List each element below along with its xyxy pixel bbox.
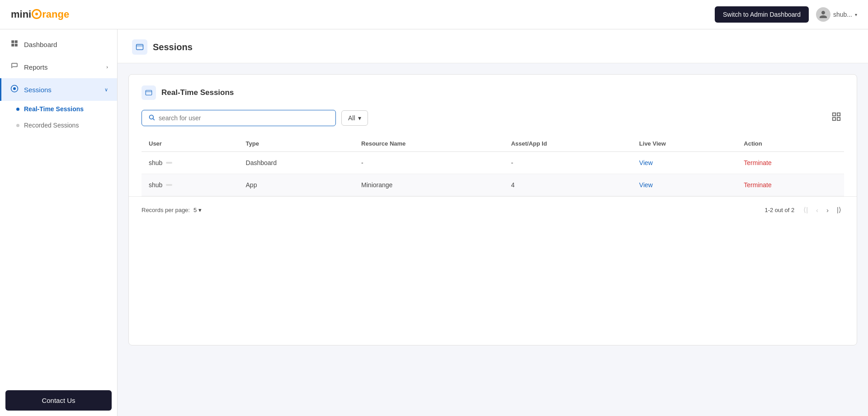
table-head: User Type Resource Name Asset/App Id Liv… — [142, 136, 844, 152]
last-page-button[interactable]: |⟩ — [834, 204, 844, 216]
cell-action-1: Terminate — [736, 174, 844, 196]
svg-rect-4 — [146, 90, 152, 95]
cell-liveview-1: View — [632, 174, 736, 196]
records-label: Records per page: — [142, 207, 190, 213]
col-action: Action — [736, 136, 844, 152]
layout: Dashboard Reports › Sessions ∨ — [0, 29, 868, 416]
cell-type-1: App — [239, 174, 354, 196]
filter-dropdown[interactable]: All ▾ — [341, 110, 368, 126]
records-per-page: Records per page: 5 ▾ — [142, 207, 202, 213]
logo: minirange — [11, 9, 69, 20]
col-live-view: Live View — [632, 136, 736, 152]
svg-rect-10 — [833, 118, 835, 120]
sidebar-item-sessions-label: Sessions — [24, 86, 52, 94]
sidebar-sub-item-realtime[interactable]: Real-Time Sessions — [0, 101, 117, 117]
cell-type-0: Dashboard — [239, 152, 354, 174]
table-footer: Records per page: 5 ▾ 1-2 out of 2 ⟨| ‹ … — [129, 196, 857, 223]
grid-toggle-button[interactable] — [829, 109, 844, 127]
recorded-dot-icon — [16, 124, 19, 127]
cell-asset-1: 4 — [504, 174, 632, 196]
records-chevron-icon: ▾ — [198, 207, 202, 213]
next-page-button[interactable]: › — [824, 204, 831, 216]
dashboard-icon — [10, 39, 19, 49]
page-header-icon — [132, 39, 147, 55]
records-value: 5 — [193, 207, 197, 213]
sidebar-item-reports[interactable]: Reports › — [0, 56, 117, 78]
user-name-0: shub — [149, 159, 162, 166]
svg-line-7 — [153, 118, 154, 120]
reports-chevron-icon: › — [106, 64, 108, 70]
svg-rect-2 — [137, 44, 143, 50]
col-resource-name: Resource Name — [354, 136, 504, 152]
sidebar-item-reports-label: Reports — [24, 63, 48, 71]
filter-label: All — [348, 114, 355, 122]
sidebar-sub-item-recorded[interactable]: Recorded Sessions — [0, 117, 117, 133]
view-link-1[interactable]: View — [639, 181, 653, 189]
sessions-icon — [10, 85, 19, 95]
cell-liveview-0: View — [632, 152, 736, 174]
table-row: shub App Miniorange 4 View Terminate — [142, 174, 844, 196]
cell-user-1: shub — [142, 174, 239, 196]
pagination: 1-2 out of 2 ⟨| ‹ › |⟩ — [764, 204, 844, 216]
controls-row: All ▾ — [142, 109, 844, 127]
sidebar-sub-menu: Real-Time Sessions Recorded Sessions — [0, 101, 117, 133]
col-asset-app-id: Asset/App Id — [504, 136, 632, 152]
search-icon — [148, 114, 155, 122]
header: minirange Switch to Admin Dashboard shub… — [0, 0, 868, 29]
sidebar-sub-item-recorded-label: Recorded Sessions — [24, 122, 79, 129]
sessions-chevron-icon: ∨ — [104, 87, 108, 93]
col-type: Type — [239, 136, 354, 152]
svg-rect-8 — [833, 113, 835, 116]
table-body: shub Dashboard - - View Terminate shub A… — [142, 152, 844, 196]
avatar-icon — [816, 7, 830, 22]
terminate-link-0[interactable]: Terminate — [744, 159, 771, 166]
switch-to-admin-button[interactable]: Switch to Admin Dashboard — [715, 6, 809, 23]
filter-chevron-icon: ▾ — [358, 114, 361, 122]
user-name: shub... — [833, 11, 852, 18]
panel-header-icon — [142, 85, 156, 100]
realtime-dot-icon — [16, 108, 19, 111]
sidebar-item-sessions[interactable]: Sessions ∨ — [0, 78, 117, 101]
user-tag-0 — [166, 162, 172, 164]
panel-header: Real-Time Sessions — [142, 85, 844, 100]
panel-title: Real-Time Sessions — [161, 88, 234, 97]
cell-action-0: Terminate — [736, 152, 844, 174]
sidebar-item-dashboard[interactable]: Dashboard — [0, 33, 117, 56]
cell-resource-0: - — [354, 152, 504, 174]
cell-asset-0: - — [504, 152, 632, 174]
view-link-0[interactable]: View — [639, 159, 653, 166]
svg-rect-9 — [837, 113, 840, 116]
user-avatar[interactable]: shub... ▾ — [816, 7, 857, 22]
table-header-row: User Type Resource Name Asset/App Id Liv… — [142, 136, 844, 152]
records-select[interactable]: 5 ▾ — [193, 207, 202, 213]
page-title: Sessions — [153, 42, 193, 52]
cell-user-0: shub — [142, 152, 239, 174]
sessions-table: User Type Resource Name Asset/App Id Liv… — [142, 136, 844, 196]
page-range: 1-2 out of 2 — [764, 207, 794, 213]
sessions-panel: Real-Time Sessions All ▾ — [128, 74, 857, 345]
contact-us-button[interactable]: Contact Us — [5, 390, 112, 411]
svg-point-1 — [13, 87, 16, 90]
sidebar-item-dashboard-label: Dashboard — [24, 41, 57, 48]
cell-resource-1: Miniorange — [354, 174, 504, 196]
page-header: Sessions — [118, 29, 868, 63]
main-content: Sessions Real-Time Sessions All — [118, 29, 868, 416]
search-input[interactable] — [159, 114, 329, 122]
terminate-link-1[interactable]: Terminate — [744, 181, 771, 189]
logo-o-icon — [32, 9, 42, 19]
sidebar-sub-item-realtime-label: Real-Time Sessions — [24, 105, 84, 113]
svg-point-6 — [150, 115, 154, 119]
logo-text-range: range — [42, 9, 69, 20]
svg-rect-11 — [837, 118, 840, 120]
reports-icon — [10, 62, 19, 72]
table-row: shub Dashboard - - View Terminate — [142, 152, 844, 174]
logo-text-mini: mini — [11, 9, 31, 20]
header-right: Switch to Admin Dashboard shub... ▾ — [715, 6, 857, 23]
prev-page-button[interactable]: ‹ — [813, 204, 821, 216]
first-page-button[interactable]: ⟨| — [801, 204, 811, 216]
col-user: User — [142, 136, 239, 152]
user-name-1: shub — [149, 181, 162, 189]
user-tag-1 — [166, 184, 172, 186]
sidebar-nav: Dashboard Reports › Sessions ∨ — [0, 29, 117, 133]
sidebar: Dashboard Reports › Sessions ∨ — [0, 29, 118, 416]
